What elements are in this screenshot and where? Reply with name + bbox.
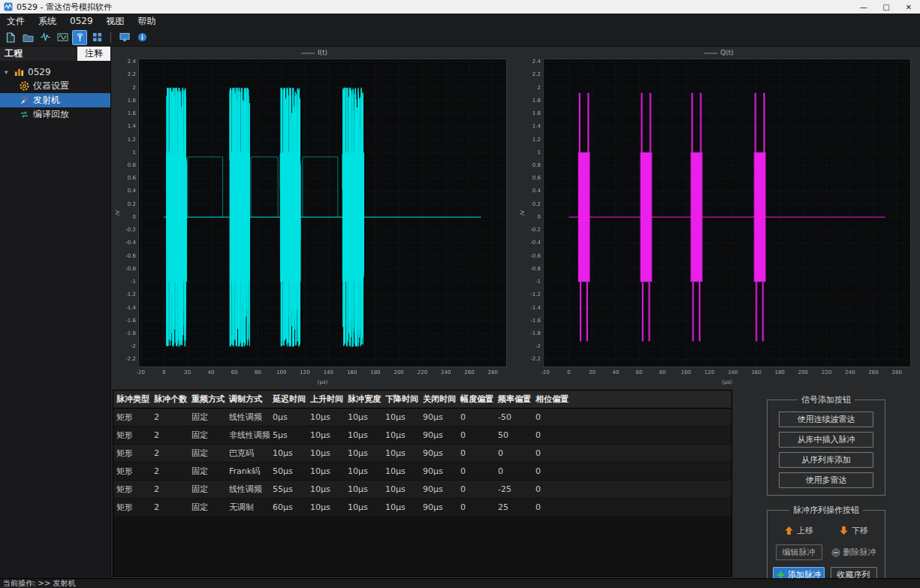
table-cell: 固定 [189, 481, 226, 499]
insert-pulse-from-library-button[interactable]: 从库中插入脉冲 [779, 432, 873, 448]
signal-add-group-title: 信号添加按钮 [798, 394, 855, 406]
toolbar [0, 29, 920, 47]
toolbar-button-waveform[interactable] [38, 30, 53, 45]
column-header[interactable]: 脉冲宽度 [345, 390, 382, 409]
table-cell: 矩形 [113, 499, 151, 517]
toolbar-button-layout-grid[interactable] [89, 30, 104, 45]
table-cell: 0 [532, 499, 570, 517]
table-row-1[interactable]: 矩形2固定线性调频0μs10μs10μs10μs90μs0-500 [113, 409, 731, 427]
table-cell: 2 [151, 445, 189, 463]
tab-comment[interactable]: 注释 [77, 47, 110, 61]
table-cell: 固定 [189, 463, 226, 481]
table-cell: 10μs [270, 445, 307, 463]
gear-icon [20, 81, 29, 91]
close-button[interactable]: ✕ [897, 0, 920, 14]
column-header[interactable]: 调制方式 [226, 390, 270, 409]
menu-item-4[interactable]: 视图 [100, 14, 131, 29]
tree-root-project[interactable]: ▾0529 [0, 65, 110, 79]
toolbar-button-open-folder[interactable] [20, 30, 35, 45]
move-down-button[interactable]: 下移 [831, 523, 877, 538]
table-cell: 5μs [270, 427, 307, 445]
table-cell: 10μs [307, 445, 345, 463]
tree-item-transmitter[interactable]: 发射机 [0, 93, 110, 107]
column-header[interactable]: 上升时间 [307, 390, 345, 409]
sidebar-header: 工程 注释 [0, 47, 110, 61]
chart-bars-icon [14, 67, 24, 77]
tree-item-label: 仪器设置 [33, 80, 69, 92]
delete-circle-icon [831, 548, 840, 557]
use-multi-radar-button[interactable]: 使用多雷达 [779, 472, 873, 488]
column-header[interactable]: 脉冲个数 [151, 390, 189, 409]
table-cell: 0 [495, 463, 532, 481]
status-bar: 当前操作: >> 发射机 [0, 578, 920, 588]
table-cell-filler [570, 409, 731, 427]
table-cell: 25 [495, 499, 532, 517]
titlebar: 0529 - 雷达信号模拟软件 — □ ✕ [0, 0, 920, 14]
table-row-3[interactable]: 矩形2固定巴克码10μs10μs10μs10μs90μs000 [113, 445, 731, 463]
table-cell-filler [570, 499, 731, 517]
table-cell: 90μs [420, 499, 457, 517]
toolbar-button-transmitter-tool[interactable] [72, 30, 87, 45]
move-up-label: 上移 [797, 525, 813, 536]
column-header[interactable]: 幅度偏置 [457, 390, 495, 409]
tree-item-compile-playback[interactable]: 编译回放 [0, 107, 110, 122]
table-cell: 无调制 [226, 499, 270, 517]
toolbar-button-oscilloscope[interactable] [55, 30, 70, 45]
main-area: 脉冲类型脉冲个数重频方式调制方式延迟时间上升时间脉冲宽度下降时间关闭时间幅度偏置… [111, 47, 920, 578]
table-row-2[interactable]: 矩形2固定非线性调频5μs10μs10μs10μs90μs0500 [113, 427, 731, 445]
maximize-button[interactable]: □ [875, 0, 897, 14]
signal-add-group: 信号添加按钮 使用连续波雷达从库中插入脉冲从序列库添加使用多雷达 [767, 394, 885, 496]
table-cell: 10μs [345, 445, 382, 463]
column-header[interactable]: 频率偏置 [495, 390, 532, 409]
tree-item-instrument-settings[interactable]: 仪器设置 [0, 79, 110, 93]
menu-item-5[interactable]: 帮助 [131, 14, 163, 29]
pulse-ops-group: 脉冲序列操作按钮 上移 下移 编辑脉冲 [767, 505, 885, 588]
column-header[interactable]: 脉冲类型 [113, 390, 151, 409]
add-from-sequence-library-button[interactable]: 从序列库添加 [779, 452, 873, 468]
layout-grid-icon [92, 32, 102, 42]
tree-item-label: 发射机 [33, 94, 60, 107]
column-header[interactable]: 重频方式 [189, 390, 226, 409]
menubar: 文件系统0529视图帮助 [0, 14, 920, 29]
toolbar-button-new-file[interactable] [3, 30, 18, 45]
table-row-5[interactable]: 矩形2固定线性调频55μs10μs10μs10μs90μs0-250 [113, 481, 731, 499]
table-cell: 50 [495, 427, 532, 445]
edit-pulse-label: 编辑脉冲 [783, 547, 816, 558]
q-chart-panel [516, 47, 920, 388]
menu-item-3[interactable]: 0529 [63, 14, 100, 29]
move-down-label: 下移 [852, 525, 868, 536]
toolbar-button-info[interactable] [134, 30, 149, 45]
menu-item-2[interactable]: 系统 [32, 14, 63, 29]
table-cell: 2 [151, 481, 189, 499]
oscilloscope-icon [57, 32, 68, 42]
minimize-button[interactable]: — [852, 0, 875, 14]
table-row-6[interactable]: 矩形2固定无调制60μs10μs10μs10μs90μs0250 [113, 499, 731, 517]
open-folder-icon [23, 33, 34, 42]
table-cell: 0 [532, 427, 570, 445]
tree-expander-icon[interactable]: ▾ [5, 68, 11, 76]
column-header[interactable]: 相位偏置 [532, 390, 570, 409]
pulse-table-container: 脉冲类型脉冲个数重频方式调制方式延迟时间上升时间脉冲宽度下降时间关闭时间幅度偏置… [113, 390, 732, 577]
table-cell: 0 [457, 463, 495, 481]
move-up-button[interactable]: 上移 [776, 523, 822, 538]
table-cell: 10μs [382, 445, 420, 463]
column-header[interactable]: 延迟时间 [270, 390, 307, 409]
table-cell: 10μs [382, 427, 420, 445]
status-text: 当前操作: >> 发射机 [3, 578, 75, 588]
use-cw-radar-button[interactable]: 使用连续波雷达 [779, 412, 873, 427]
project-tree: ▾0529仪器设置发射机编译回放 [0, 61, 110, 122]
table-row-4[interactable]: 矩形2固定Frank码50μs10μs10μs10μs90μs000 [113, 463, 731, 481]
arrow-down-icon [839, 526, 849, 535]
column-header[interactable]: 下降时间 [382, 390, 420, 409]
i-chart-canvas [111, 47, 516, 388]
column-header[interactable]: 关闭时间 [420, 390, 457, 409]
table-cell-filler [570, 427, 731, 445]
delete-pulse-button[interactable]: 删除脉冲 [828, 545, 879, 559]
table-cell: 0μs [270, 409, 307, 427]
menu-item-1[interactable]: 文件 [0, 14, 32, 29]
edit-pulse-button[interactable]: 编辑脉冲 [776, 544, 822, 560]
toolbar-button-monitor[interactable] [117, 30, 132, 45]
table-cell: 0 [495, 445, 532, 463]
table-cell: 10μs [382, 463, 420, 481]
table-cell: 10μs [307, 481, 345, 499]
